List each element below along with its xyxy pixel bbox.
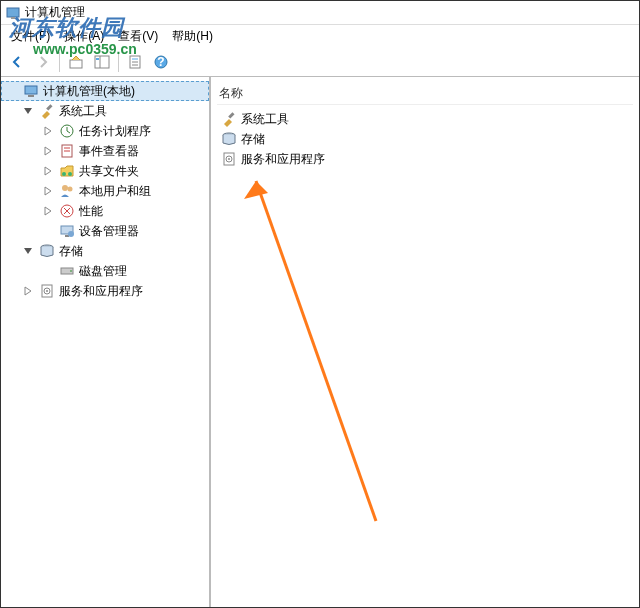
title-bar: 计算机管理 bbox=[1, 1, 639, 25]
tree-disk-management[interactable]: 磁盘管理 bbox=[1, 261, 209, 281]
expander-closed-icon[interactable] bbox=[41, 124, 55, 138]
content-area: 计算机管理(本地) 系统工具 任务计划程序 事件查看器 共享文件夹 本地用户和组 bbox=[1, 77, 639, 607]
expander-icon[interactable] bbox=[5, 84, 19, 98]
empty-expander bbox=[41, 224, 55, 238]
list-label: 服务和应用程序 bbox=[241, 151, 325, 168]
svg-rect-14 bbox=[46, 104, 52, 110]
services-icon bbox=[39, 283, 55, 299]
expander-open-icon[interactable] bbox=[21, 104, 35, 118]
show-hide-tree-button[interactable] bbox=[90, 50, 114, 74]
svg-rect-1 bbox=[11, 17, 15, 19]
event-log-icon bbox=[59, 143, 75, 159]
users-icon bbox=[59, 183, 75, 199]
svg-point-20 bbox=[68, 172, 72, 176]
tree-pane[interactable]: 计算机管理(本地) 系统工具 任务计划程序 事件查看器 共享文件夹 本地用户和组 bbox=[1, 77, 211, 607]
services-icon bbox=[221, 151, 237, 167]
tree-label: 系统工具 bbox=[59, 103, 107, 120]
svg-point-26 bbox=[68, 231, 74, 237]
tree-shared-folders[interactable]: 共享文件夹 bbox=[1, 161, 209, 181]
svg-text:?: ? bbox=[157, 55, 164, 69]
tree-root[interactable]: 计算机管理(本地) bbox=[1, 81, 209, 101]
svg-point-22 bbox=[68, 187, 73, 192]
tree-label: 磁盘管理 bbox=[79, 263, 127, 280]
app-title: 计算机管理 bbox=[25, 4, 85, 21]
svg-rect-33 bbox=[228, 112, 234, 118]
storage-icon bbox=[39, 243, 55, 259]
svg-rect-2 bbox=[70, 60, 82, 68]
toolbar-separator bbox=[59, 52, 60, 72]
back-button[interactable] bbox=[5, 50, 29, 74]
list-item-system-tools[interactable]: 系统工具 bbox=[217, 109, 633, 129]
tree-event-viewer[interactable]: 事件查看器 bbox=[1, 141, 209, 161]
tree-label: 计算机管理(本地) bbox=[43, 83, 135, 100]
tree-label: 任务计划程序 bbox=[79, 123, 151, 140]
tree-label: 服务和应用程序 bbox=[59, 283, 143, 300]
empty-expander bbox=[41, 264, 55, 278]
svg-point-19 bbox=[62, 172, 66, 176]
tree-task-scheduler[interactable]: 任务计划程序 bbox=[1, 121, 209, 141]
main-pane[interactable]: 名称 系统工具 存储 服务和应用程序 bbox=[211, 77, 639, 607]
shared-folder-icon bbox=[59, 163, 75, 179]
menu-help[interactable]: 帮助(H) bbox=[166, 26, 219, 47]
clock-icon bbox=[59, 123, 75, 139]
tree-label: 共享文件夹 bbox=[79, 163, 139, 180]
performance-icon bbox=[59, 203, 75, 219]
computer-icon bbox=[23, 83, 39, 99]
app-icon bbox=[5, 5, 21, 21]
tree-label: 事件查看器 bbox=[79, 143, 139, 160]
svg-rect-13 bbox=[28, 95, 34, 97]
tree-local-users[interactable]: 本地用户和组 bbox=[1, 181, 209, 201]
list-label: 系统工具 bbox=[241, 111, 289, 128]
tree-device-manager[interactable]: 设备管理器 bbox=[1, 221, 209, 241]
svg-point-32 bbox=[46, 290, 48, 292]
toolbar-separator bbox=[118, 52, 119, 72]
storage-icon bbox=[221, 131, 237, 147]
toolbar: ? bbox=[1, 47, 639, 77]
list-label: 存储 bbox=[241, 131, 265, 148]
svg-point-21 bbox=[62, 185, 68, 191]
tree-system-tools[interactable]: 系统工具 bbox=[1, 101, 209, 121]
expander-open-icon[interactable] bbox=[21, 244, 35, 258]
svg-rect-0 bbox=[7, 8, 19, 17]
menu-view[interactable]: 查看(V) bbox=[112, 26, 164, 47]
svg-rect-12 bbox=[25, 86, 37, 94]
svg-point-37 bbox=[228, 158, 230, 160]
svg-point-29 bbox=[70, 270, 72, 272]
menu-action[interactable]: 操作(A) bbox=[58, 26, 110, 47]
column-header-name[interactable]: 名称 bbox=[217, 81, 633, 105]
expander-closed-icon[interactable] bbox=[41, 164, 55, 178]
device-manager-icon bbox=[59, 223, 75, 239]
help-button[interactable]: ? bbox=[149, 50, 173, 74]
tree-performance[interactable]: 性能 bbox=[1, 201, 209, 221]
properties-button[interactable] bbox=[123, 50, 147, 74]
expander-closed-icon[interactable] bbox=[41, 144, 55, 158]
tree-label: 性能 bbox=[79, 203, 103, 220]
expander-closed-icon[interactable] bbox=[41, 184, 55, 198]
svg-rect-3 bbox=[95, 56, 109, 68]
svg-rect-5 bbox=[96, 58, 99, 60]
tree-label: 本地用户和组 bbox=[79, 183, 151, 200]
disk-icon bbox=[59, 263, 75, 279]
menu-file[interactable]: 文件(F) bbox=[5, 26, 56, 47]
tools-icon bbox=[221, 111, 237, 127]
up-button[interactable] bbox=[64, 50, 88, 74]
tree-storage[interactable]: 存储 bbox=[1, 241, 209, 261]
expander-closed-icon[interactable] bbox=[41, 204, 55, 218]
list-item-storage[interactable]: 存储 bbox=[217, 129, 633, 149]
list-item-services-apps[interactable]: 服务和应用程序 bbox=[217, 149, 633, 169]
forward-button[interactable] bbox=[31, 50, 55, 74]
tools-icon bbox=[39, 103, 55, 119]
tree-label: 设备管理器 bbox=[79, 223, 139, 240]
menu-bar: 文件(F) 操作(A) 查看(V) 帮助(H) bbox=[1, 25, 639, 47]
expander-closed-icon[interactable] bbox=[21, 284, 35, 298]
tree-label: 存储 bbox=[59, 243, 83, 260]
tree-services-apps[interactable]: 服务和应用程序 bbox=[1, 281, 209, 301]
